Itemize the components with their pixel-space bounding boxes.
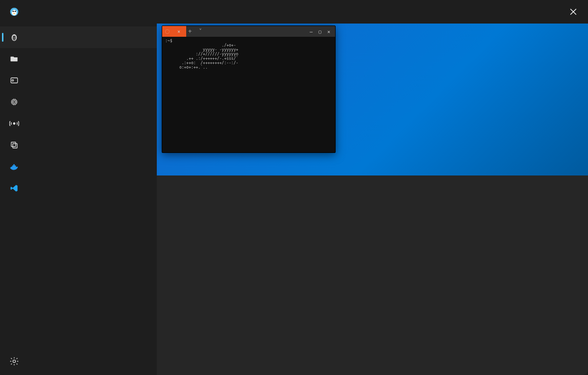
sidebar-item-filesystems[interactable] (0, 48, 157, 70)
content-pane: × + ˅—▢✕ :~$ ./+o+- yyyyy- -yyyyyy+ ://+… (157, 24, 588, 375)
window-icon (9, 75, 20, 86)
chip-icon (9, 97, 20, 107)
sidebar-item-distro[interactable] (0, 134, 157, 156)
sidebar-item-docker[interactable] (0, 156, 157, 177)
svg-point-5 (13, 36, 16, 41)
sidebar-item-networking[interactable] (0, 113, 157, 134)
svg-point-15 (13, 360, 15, 362)
svg-rect-14 (13, 144, 17, 148)
penguin-icon (9, 32, 20, 43)
close-icon (570, 8, 577, 15)
hero-image: × + ˅—▢✕ :~$ ./+o+- yyyyy- -yyyyyy+ ://+… (157, 24, 588, 175)
sidebar (0, 24, 157, 375)
sidebar-item-vscode[interactable] (0, 177, 157, 199)
svg-point-12 (13, 123, 15, 124)
svg-rect-13 (11, 142, 16, 147)
vscode-icon (9, 183, 20, 194)
sidebar-item-settings[interactable] (0, 348, 157, 375)
window-close-button[interactable] (563, 1, 584, 23)
docker-icon (9, 161, 20, 172)
terminal-ubuntu: × + ˅—▢✕ :~$ ./+o+- yyyyy- -yyyyyy+ ://+… (162, 25, 336, 153)
titlebar (0, 0, 588, 24)
folder-icon (9, 53, 20, 64)
gear-icon (9, 356, 20, 367)
sidebar-item-gpu[interactable] (0, 91, 157, 113)
app-icon (9, 6, 20, 17)
sidebar-item-gui-apps[interactable] (0, 70, 157, 91)
stack-icon (9, 140, 20, 150)
signal-icon (9, 118, 20, 129)
svg-point-3 (15, 11, 16, 12)
sidebar-nav (0, 26, 157, 348)
svg-point-9 (12, 79, 13, 81)
svg-rect-10 (12, 100, 17, 104)
sidebar-item-general[interactable] (0, 26, 157, 48)
svg-point-6 (13, 36, 14, 37)
svg-rect-11 (13, 101, 16, 103)
svg-point-7 (15, 36, 16, 37)
svg-point-1 (12, 10, 17, 16)
svg-point-2 (13, 11, 14, 12)
